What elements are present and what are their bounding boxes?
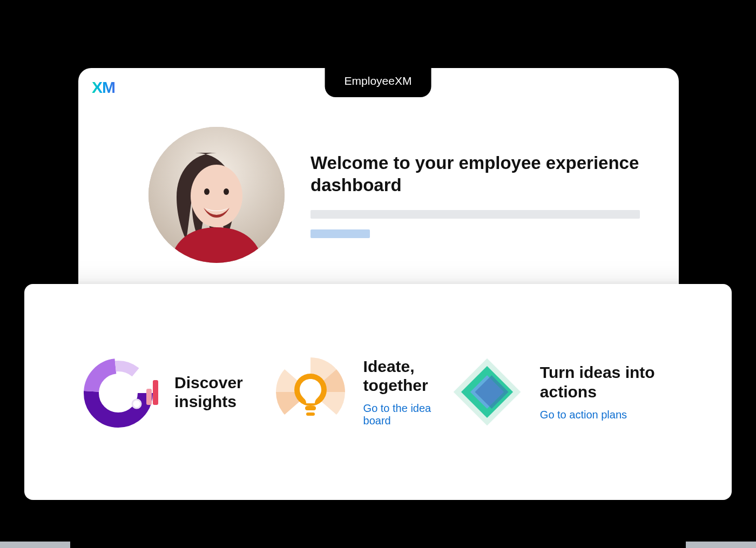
diamond-layers-icon bbox=[449, 354, 525, 430]
decoration-bar-right bbox=[686, 542, 756, 548]
placeholder-line bbox=[310, 210, 640, 219]
svg-point-3 bbox=[224, 188, 229, 195]
idea-board-link[interactable]: Go to the idea board bbox=[363, 402, 449, 427]
chart-donut-icon bbox=[84, 354, 159, 430]
svg-rect-9 bbox=[153, 380, 158, 405]
decoration-bar-left bbox=[0, 542, 70, 548]
svg-point-7 bbox=[103, 378, 133, 408]
svg-rect-8 bbox=[146, 389, 152, 405]
card-discover-insights[interactable]: Discover insights bbox=[84, 354, 273, 430]
card-turn-ideas-into-actions[interactable]: Turn ideas into actions Go to action pla… bbox=[449, 354, 672, 430]
card-title: Turn ideas into actions bbox=[540, 363, 672, 401]
xm-logo: XM bbox=[92, 78, 115, 97]
svg-rect-13 bbox=[305, 406, 316, 410]
product-tab: EmployeeXM bbox=[325, 68, 431, 97]
placeholder-short bbox=[310, 229, 370, 238]
feature-card-panel: Discover insights Ideate, together Go to… bbox=[24, 284, 732, 500]
user-avatar bbox=[148, 127, 285, 263]
svg-point-1 bbox=[191, 165, 242, 227]
card-title: Discover insights bbox=[174, 373, 273, 411]
action-plans-link[interactable]: Go to action plans bbox=[540, 409, 672, 421]
lightbulb-icon bbox=[273, 354, 348, 430]
welcome-heading: Welcome to your employee experience dash… bbox=[310, 152, 656, 197]
svg-point-2 bbox=[204, 188, 210, 195]
card-ideate-together[interactable]: Ideate, together Go to the idea board bbox=[273, 354, 449, 430]
svg-rect-14 bbox=[306, 412, 315, 416]
avatar-illustration bbox=[148, 127, 285, 263]
hero-text: Welcome to your employee experience dash… bbox=[310, 152, 656, 239]
hero-section: Welcome to your employee experience dash… bbox=[148, 127, 656, 263]
card-title: Ideate, together bbox=[363, 357, 449, 395]
